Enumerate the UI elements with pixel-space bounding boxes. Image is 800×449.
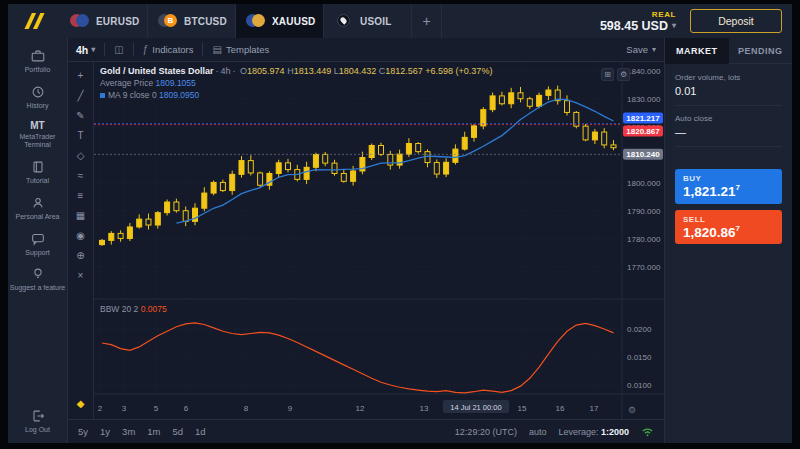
close-value: 1812.567: [385, 66, 423, 76]
svg-text:6: 6: [184, 404, 189, 413]
price-scale-auto-toggle[interactable]: auto: [529, 427, 547, 437]
chevron-down-icon: ▾: [91, 45, 95, 54]
fibonacci-tool-icon[interactable]: ≡: [72, 187, 90, 203]
clock-utc: 12:29:20 (UTC): [455, 427, 517, 437]
wave-tool-icon[interactable]: ≈: [72, 167, 90, 183]
timeframe-dropdown[interactable]: 4h ▾: [76, 44, 95, 56]
function-icon: ƒ: [143, 44, 149, 55]
svg-text:1820.867: 1820.867: [626, 127, 660, 136]
tab-xauusd-active[interactable]: XAUUSD: [236, 4, 324, 38]
svg-text:0.0100: 0.0100: [627, 381, 652, 390]
eurusd-flag-icon: [70, 14, 90, 28]
chart-snapshot-button[interactable]: ⊞: [601, 68, 614, 81]
open-value: 1805.974: [247, 66, 285, 76]
shapes-tool-icon[interactable]: ◇: [72, 147, 90, 163]
clock-history-icon: [30, 84, 46, 100]
svg-text:0.0200: 0.0200: [627, 325, 652, 334]
tab-pending[interactable]: PENDING: [729, 38, 793, 64]
svg-text:17: 17: [590, 404, 599, 413]
chart-svg[interactable]: 23568912131516171840.0001830.0001820.000…: [94, 62, 664, 419]
mt-icon: MT: [30, 120, 44, 131]
brush-tool-icon[interactable]: ✎: [72, 107, 90, 123]
volume-input[interactable]: 0.01: [675, 85, 782, 106]
add-instrument-button[interactable]: +: [412, 4, 442, 38]
instrument-marker-icon: ◆: [77, 398, 85, 409]
candlestick-series: [100, 86, 617, 246]
svg-text:16: 16: [556, 404, 565, 413]
range-5y[interactable]: 5y: [78, 426, 88, 437]
lightbulb-icon: [30, 266, 46, 282]
sidebar-item-support[interactable]: Support: [10, 231, 66, 258]
text-tool-icon[interactable]: T: [72, 127, 90, 143]
sidebar-item-portfolio[interactable]: Portfolio: [10, 48, 66, 75]
sidebar-item-metatrader[interactable]: MT MetaTrader Terminal: [10, 120, 66, 151]
toolbar-divider: [133, 43, 134, 56]
tab-market[interactable]: MARKET: [665, 38, 729, 64]
drawing-toolbar: + ╱ ✎ T ◇ ≈ ≡ ▦ ◉ ⊕ × ◆: [68, 62, 94, 419]
sidebar-item-suggest-feature[interactable]: Suggest a feature: [10, 266, 66, 293]
bbw-label: BBW 20 2: [100, 304, 138, 314]
avg-price-value: 1809.1055: [156, 78, 196, 88]
sidebar: Portfolio History MT MetaTrader Terminal: [8, 38, 68, 443]
chart-type-button[interactable]: ◫: [114, 44, 123, 55]
auto-close-label: Auto close: [675, 114, 782, 123]
account-balance: 598.45 USD: [600, 19, 668, 33]
svg-text:1840.000: 1840.000: [627, 67, 661, 76]
briefcase-icon: [30, 48, 46, 64]
templates-button[interactable]: ▤ Templates: [212, 44, 269, 55]
svg-text:1830.000: 1830.000: [627, 95, 661, 104]
add-alert-tool-icon[interactable]: ⊕: [72, 247, 90, 263]
svg-text:9: 9: [288, 404, 293, 413]
range-3m[interactable]: 3m: [122, 426, 135, 437]
range-5d[interactable]: 5d: [173, 426, 184, 437]
buy-price: 1,821.21: [683, 184, 736, 199]
svg-text:14 Jul 21 00:00: 14 Jul 21 00:00: [450, 403, 501, 412]
xauusd-icon: [246, 14, 266, 28]
save-dropdown[interactable]: Save ▾: [626, 44, 656, 55]
sell-button[interactable]: SELL 1,820.867: [675, 210, 782, 245]
sidebar-item-history[interactable]: History: [10, 84, 66, 111]
sell-price: 1,820.86: [683, 224, 736, 239]
exness-logo[interactable]: [8, 4, 60, 38]
tab-usoil[interactable]: USOIL: [324, 4, 412, 38]
exness-logo-icon: [21, 12, 47, 30]
account-selector[interactable]: REAL 598.45 USD ▾: [600, 4, 690, 38]
tab-eurusd[interactable]: EURUSD: [60, 4, 148, 38]
bbw-line: [102, 323, 614, 393]
remove-drawings-tool-icon[interactable]: ×: [72, 267, 90, 283]
usoil-icon: [334, 14, 354, 28]
grid-tool-icon[interactable]: ▦: [72, 207, 90, 223]
tab-label: EURUSD: [96, 16, 139, 27]
range-1y[interactable]: 1y: [100, 426, 110, 437]
deposit-button[interactable]: Deposit: [690, 9, 782, 33]
svg-text:1810.240: 1810.240: [626, 150, 660, 159]
indicators-button[interactable]: ƒ Indicators: [143, 44, 194, 55]
crosshair-tool-icon[interactable]: +: [72, 67, 90, 83]
sidebar-item-personal-area[interactable]: Personal Area: [10, 195, 66, 222]
trading-terminal: EURUSD B BTCUSD XAUUSD: [8, 4, 792, 443]
buy-button[interactable]: BUY 1,821.217: [675, 169, 782, 204]
volume-label: Order volume, lots: [675, 73, 782, 82]
ma-value: 1809.0950: [159, 90, 199, 100]
auto-close-input[interactable]: —: [675, 126, 782, 147]
svg-text:13: 13: [420, 404, 429, 413]
chart-legend: Gold / United States Dollar·4h· O1805.97…: [100, 66, 492, 102]
book-icon: [30, 159, 46, 175]
range-1d[interactable]: 1d: [195, 426, 206, 437]
ellipse-tool-icon[interactable]: ◉: [72, 227, 90, 243]
range-1m[interactable]: 1m: [147, 426, 160, 437]
sell-label: SELL: [683, 215, 774, 224]
leverage-label: Leverage: 1:2000: [558, 427, 629, 437]
logout-button[interactable]: Log Out: [10, 408, 66, 435]
avg-price-label: Average Price: [100, 78, 153, 88]
chart-settings-button[interactable]: ⚙: [617, 68, 630, 81]
svg-text:5: 5: [154, 404, 159, 413]
svg-text:15: 15: [518, 404, 527, 413]
chart-area: 23568912131516171840.0001830.0001820.000…: [94, 62, 664, 419]
topbar: EURUSD B BTCUSD XAUUSD: [8, 4, 792, 38]
connection-wifi-icon: [641, 426, 654, 437]
tab-btcusd[interactable]: B BTCUSD: [148, 4, 236, 38]
sidebar-item-tutorial[interactable]: Tutorial: [10, 159, 66, 186]
bottombar: 5y 1y 3m 1m 5d 1d 12:29:20 (UTC) auto Le…: [68, 419, 664, 443]
trendline-tool-icon[interactable]: ╱: [72, 87, 90, 103]
